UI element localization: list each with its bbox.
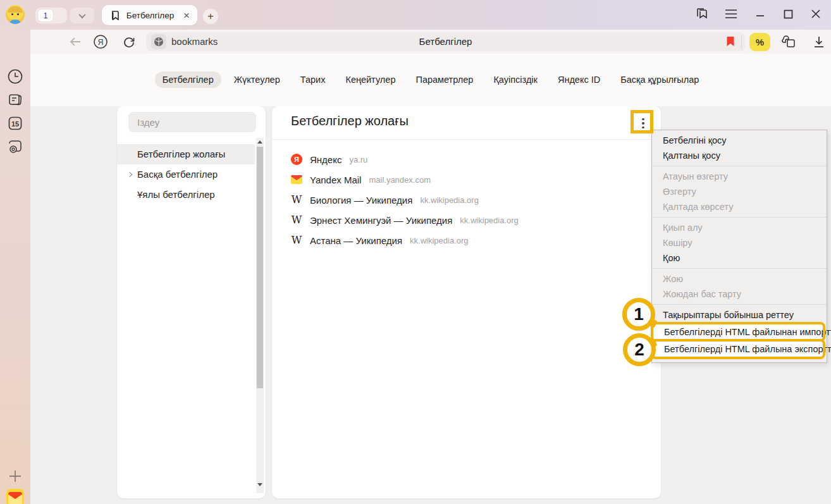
- downloads-icon[interactable]: [809, 32, 828, 51]
- bookmark-title: Yandex Mail: [310, 175, 361, 185]
- menu-item-copy: Көшіру: [652, 235, 827, 250]
- heading-divider: [272, 139, 661, 140]
- wikipedia-favicon: W: [291, 194, 302, 206]
- menu-divider: [652, 268, 827, 269]
- folder-label: Басқа бетбелгілер: [137, 169, 218, 180]
- chevron-down-icon: [78, 11, 85, 18]
- scroll-down-icon[interactable]: [257, 483, 262, 486]
- tab-downloads[interactable]: Жүктеулер: [226, 71, 288, 88]
- bookmark-title: Яндекс: [310, 154, 342, 165]
- menu-item-sort-by-title[interactable]: Тақырыптары бойынша реттеу: [652, 307, 827, 323]
- tab-strip: 1 Бетбелгілер × +: [0, 0, 831, 30]
- yandex-home-icon[interactable]: Я: [91, 32, 110, 51]
- browser-menu-icon[interactable]: [721, 4, 741, 24]
- folders-scrollbar[interactable]: [256, 138, 264, 504]
- svg-text:15: 15: [11, 120, 19, 128]
- folder-other-bookmarks[interactable]: Басқа бетбелгілер: [117, 164, 255, 185]
- tab-favicon-bookmark-icon: [109, 9, 121, 21]
- bookmark-row[interactable]: W Астана — Уикипедия kk.wikipedia.org: [291, 232, 469, 249]
- browser-tab[interactable]: Бетбелгілер ×: [102, 5, 197, 25]
- new-tab-button[interactable]: +: [203, 9, 218, 24]
- tab-title: Бетбелгілер: [121, 11, 180, 20]
- menu-item-add-folder[interactable]: Қалтаны қосу: [652, 148, 827, 163]
- folder-bookmarks-bar[interactable]: Бетбелгілер жолағы: [117, 144, 255, 164]
- annotation-kebab-highlight: [631, 110, 653, 133]
- mail-favicon: [291, 174, 302, 185]
- maximize-button[interactable]: [778, 4, 798, 24]
- menu-item-edit: Өзгерту: [652, 184, 827, 199]
- folders-panel: Бетбелгілер жолағы Басқа бетбелгілер Ұял…: [117, 106, 266, 498]
- extensions-icon[interactable]: [779, 32, 798, 51]
- avatar-eye: [11, 13, 13, 15]
- bookmark-flag-icon[interactable]: [726, 36, 735, 47]
- minimize-button[interactable]: [750, 4, 770, 24]
- wikipedia-favicon: W: [291, 214, 302, 226]
- settings-nav-tabs: Бетбелгілер Жүктеулер Тарих Кеңейтулер П…: [30, 70, 831, 89]
- bookmark-url: kk.wikipedia.org: [420, 195, 479, 205]
- bookmarks-panel-icon[interactable]: [692, 4, 712, 24]
- bookmark-url: kk.wikipedia.org: [410, 236, 469, 245]
- tab-yandex-id[interactable]: Яндекс ID: [550, 71, 608, 88]
- bookmark-title: Астана — Уикипедия: [310, 235, 402, 246]
- bookmark-row[interactable]: Я Яндекс ya.ru: [291, 151, 367, 168]
- menu-item-undo-delete: Жоюдан бас тарту: [652, 286, 827, 302]
- menu-item-paste[interactable]: Қою: [652, 250, 827, 266]
- avatar-eye: [17, 13, 19, 15]
- address-bar[interactable]: bookmarks Бетбелгілер: [146, 32, 745, 51]
- annotation-step-2: 2: [623, 333, 656, 366]
- tab-group-pill[interactable]: 1: [35, 8, 67, 23]
- bookmarks-panel: Бетбелгілер жолағы Я Яндекс ya.ru Yandex…: [272, 106, 661, 498]
- scroll-up-icon[interactable]: [257, 140, 262, 144]
- tab-group-dropdown[interactable]: [70, 8, 94, 23]
- menu-divider: [652, 166, 827, 166]
- tab-security[interactable]: Қауіпсіздік: [486, 71, 545, 88]
- yandex-favicon: Я: [291, 154, 302, 165]
- menu-item-add-bookmark[interactable]: Бетбелгіні қосу: [652, 133, 827, 148]
- svg-text:Я: Я: [98, 38, 104, 47]
- bookmark-row[interactable]: W Эрнест Хемингуэй — Уикипедия kk.wikipe…: [291, 212, 519, 228]
- folder-label: Ұялы бетбелгілер: [137, 189, 215, 200]
- tabs-panel-icon[interactable]: [5, 90, 25, 110]
- address-page-title: Бетбелгілер: [146, 32, 745, 51]
- menu-divider: [652, 217, 827, 218]
- bookmark-row[interactable]: Yandex Mail mail.yandex.com: [291, 171, 431, 188]
- tab-close-icon[interactable]: ×: [183, 10, 190, 21]
- refresh-icon[interactable]: [120, 32, 138, 51]
- menu-item-export-html[interactable]: Бетбелгілерді HTML файлына экспорттау: [653, 341, 823, 357]
- yandex-mail-app-icon[interactable]: [5, 488, 25, 504]
- tab-settings[interactable]: Параметрлер: [408, 71, 481, 88]
- toolbar-divider: [741, 35, 742, 48]
- scrollbar-thumb[interactable]: [257, 147, 263, 388]
- profile-avatar[interactable]: [6, 5, 25, 24]
- menu-item-rename: Атауын өзгерту: [652, 169, 827, 184]
- folder-mobile-bookmarks[interactable]: Ұялы бетбелгілер: [117, 185, 255, 205]
- avatar-hair: [8, 6, 23, 13]
- bookmark-title: Биология — Уикипедия: [310, 195, 412, 206]
- tab-group-count: 1: [38, 9, 53, 22]
- bookmark-url: kk.wikipedia.org: [460, 216, 519, 225]
- menu-item-cut: Қиып алу: [652, 220, 827, 235]
- wikipedia-favicon: W: [291, 235, 302, 246]
- screenshot-icon[interactable]: [5, 136, 25, 156]
- add-widget-icon[interactable]: [5, 466, 25, 486]
- context-menu: Бетбелгіні қосу Қалтаны қосу Атауын өзге…: [651, 130, 827, 363]
- chevron-right-icon[interactable]: [127, 172, 132, 177]
- close-window-button[interactable]: [806, 4, 826, 24]
- tab-extensions[interactable]: Кеңейтулер: [338, 71, 403, 88]
- menu-item-import-html[interactable]: Бетбелгілерді HTML файлынан импорттау: [653, 324, 823, 340]
- bookmark-row[interactable]: W Биология — Уикипедия kk.wikipedia.org: [291, 192, 479, 208]
- tab-other-devices[interactable]: Басқа құрылғылар: [613, 71, 706, 88]
- annotation-step-1: 1: [622, 298, 655, 331]
- tab-bookmarks[interactable]: Бетбелгілер: [155, 71, 221, 88]
- history-icon[interactable]: [5, 66, 25, 87]
- search-input[interactable]: [128, 112, 256, 132]
- tab-history[interactable]: Тарих: [293, 71, 333, 88]
- side-rail: 15: [0, 30, 30, 504]
- back-icon[interactable]: [66, 32, 85, 51]
- page-title: Бетбелгілер жолағы: [291, 114, 409, 128]
- menu-item-delete: Жою: [652, 271, 827, 286]
- folder-label: Бетбелгілер жолағы: [137, 149, 225, 159]
- toolbar: Я bookmarks Бетбелгілер %: [30, 30, 831, 54]
- calendar-icon[interactable]: 15: [5, 113, 25, 133]
- percent-badge[interactable]: %: [749, 33, 770, 51]
